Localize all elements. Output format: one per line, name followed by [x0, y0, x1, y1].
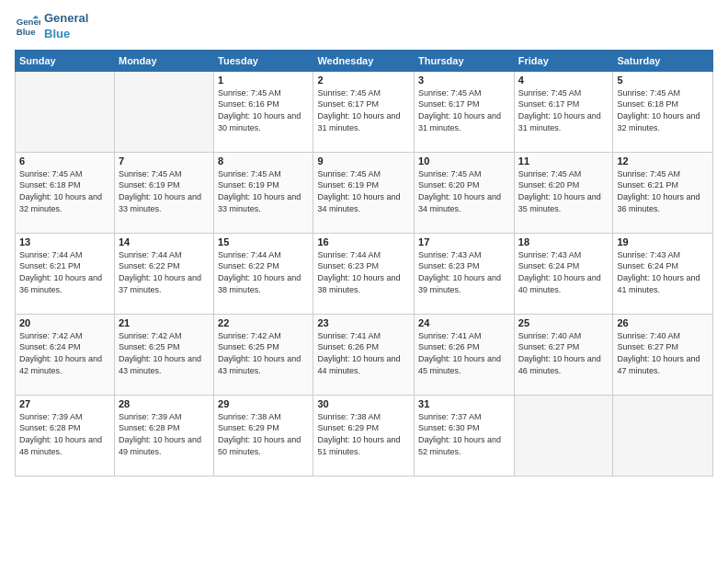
calendar-cell: 3Sunrise: 7:45 AMSunset: 6:17 PMDaylight…	[415, 71, 515, 152]
calendar-cell: 9Sunrise: 7:45 AMSunset: 6:19 PMDaylight…	[313, 152, 415, 233]
day-number: 12	[617, 155, 709, 167]
day-number: 6	[19, 155, 110, 167]
calendar-cell: 16Sunrise: 7:44 AMSunset: 6:23 PMDayligh…	[313, 233, 415, 314]
day-number: 15	[218, 236, 309, 247]
day-info: Sunrise: 7:45 AMSunset: 6:17 PMDaylight:…	[418, 87, 510, 133]
calendar-cell: 19Sunrise: 7:43 AMSunset: 6:24 PMDayligh…	[613, 233, 713, 314]
day-info: Sunrise: 7:43 AMSunset: 6:24 PMDaylight:…	[518, 249, 609, 295]
calendar-cell: 13Sunrise: 7:44 AMSunset: 6:21 PMDayligh…	[16, 233, 115, 314]
day-number: 8	[218, 155, 309, 167]
svg-text:Blue: Blue	[17, 27, 36, 37]
calendar-cell: 26Sunrise: 7:40 AMSunset: 6:27 PMDayligh…	[613, 314, 713, 395]
calendar-cell: 30Sunrise: 7:38 AMSunset: 6:29 PMDayligh…	[313, 395, 415, 476]
calendar-cell: 14Sunrise: 7:44 AMSunset: 6:22 PMDayligh…	[114, 233, 213, 314]
calendar-cell: 8Sunrise: 7:45 AMSunset: 6:19 PMDaylight…	[214, 152, 313, 233]
calendar-week-row: 13Sunrise: 7:44 AMSunset: 6:21 PMDayligh…	[16, 233, 713, 314]
day-number: 18	[518, 236, 609, 247]
day-info: Sunrise: 7:45 AMSunset: 6:20 PMDaylight:…	[418, 168, 510, 214]
day-number: 5	[617, 75, 709, 86]
day-info: Sunrise: 7:37 AMSunset: 6:30 PMDaylight:…	[418, 411, 510, 457]
day-info: Sunrise: 7:45 AMSunset: 6:19 PMDaylight:…	[317, 168, 410, 214]
day-info: Sunrise: 7:38 AMSunset: 6:29 PMDaylight:…	[317, 411, 410, 457]
calendar-cell	[514, 395, 613, 476]
calendar-cell: 25Sunrise: 7:40 AMSunset: 6:27 PMDayligh…	[514, 314, 613, 395]
calendar-cell: 27Sunrise: 7:39 AMSunset: 6:28 PMDayligh…	[16, 395, 115, 476]
calendar-cell: 6Sunrise: 7:45 AMSunset: 6:18 PMDaylight…	[16, 152, 115, 233]
day-number: 16	[317, 236, 410, 247]
calendar-cell: 21Sunrise: 7:42 AMSunset: 6:25 PMDayligh…	[114, 314, 213, 395]
day-info: Sunrise: 7:45 AMSunset: 6:20 PMDaylight:…	[518, 168, 609, 214]
weekday-header: Thursday	[415, 50, 515, 71]
day-number: 28	[119, 398, 210, 409]
calendar-cell: 2Sunrise: 7:45 AMSunset: 6:17 PMDaylight…	[313, 71, 415, 152]
day-number: 21	[119, 317, 210, 328]
day-number: 7	[119, 155, 210, 167]
calendar-cell: 17Sunrise: 7:43 AMSunset: 6:23 PMDayligh…	[415, 233, 515, 314]
weekday-header: Tuesday	[214, 50, 313, 71]
day-number: 2	[317, 75, 410, 86]
weekday-header: Saturday	[613, 50, 713, 71]
day-number: 9	[317, 155, 410, 167]
day-info: Sunrise: 7:45 AMSunset: 6:19 PMDaylight:…	[119, 168, 210, 214]
day-number: 27	[19, 398, 110, 409]
day-info: Sunrise: 7:41 AMSunset: 6:26 PMDaylight:…	[317, 330, 410, 376]
day-info: Sunrise: 7:45 AMSunset: 6:21 PMDaylight:…	[617, 168, 709, 214]
day-number: 26	[617, 317, 709, 328]
calendar-cell: 7Sunrise: 7:45 AMSunset: 6:19 PMDaylight…	[114, 152, 213, 233]
calendar-week-row: 20Sunrise: 7:42 AMSunset: 6:24 PMDayligh…	[16, 314, 713, 395]
day-number: 10	[418, 155, 510, 167]
calendar-cell: 22Sunrise: 7:42 AMSunset: 6:25 PMDayligh…	[214, 314, 313, 395]
day-info: Sunrise: 7:44 AMSunset: 6:22 PMDaylight:…	[119, 249, 210, 295]
calendar-cell: 18Sunrise: 7:43 AMSunset: 6:24 PMDayligh…	[514, 233, 613, 314]
weekday-header: Friday	[514, 50, 613, 71]
calendar-cell: 10Sunrise: 7:45 AMSunset: 6:20 PMDayligh…	[415, 152, 515, 233]
day-number: 25	[518, 317, 609, 328]
day-info: Sunrise: 7:41 AMSunset: 6:26 PMDaylight:…	[418, 330, 510, 376]
calendar-cell: 28Sunrise: 7:39 AMSunset: 6:28 PMDayligh…	[114, 395, 213, 476]
day-number: 20	[19, 317, 110, 328]
day-number: 14	[119, 236, 210, 247]
day-info: Sunrise: 7:45 AMSunset: 6:18 PMDaylight:…	[19, 168, 110, 214]
page-header: General Blue General Blue	[15, 11, 713, 42]
day-info: Sunrise: 7:45 AMSunset: 6:17 PMDaylight:…	[317, 87, 410, 133]
logo-text: General	[44, 11, 88, 27]
day-number: 13	[19, 236, 110, 247]
calendar-cell: 1Sunrise: 7:45 AMSunset: 6:16 PMDaylight…	[214, 71, 313, 152]
calendar-cell: 23Sunrise: 7:41 AMSunset: 6:26 PMDayligh…	[313, 314, 415, 395]
day-info: Sunrise: 7:39 AMSunset: 6:28 PMDaylight:…	[19, 411, 110, 457]
calendar-week-row: 1Sunrise: 7:45 AMSunset: 6:16 PMDaylight…	[16, 71, 713, 152]
day-number: 3	[418, 75, 510, 86]
day-info: Sunrise: 7:44 AMSunset: 6:23 PMDaylight:…	[317, 249, 410, 295]
day-number: 24	[418, 317, 510, 328]
day-number: 23	[317, 317, 410, 328]
day-info: Sunrise: 7:38 AMSunset: 6:29 PMDaylight:…	[218, 411, 309, 457]
day-number: 29	[218, 398, 309, 409]
calendar-cell	[16, 71, 115, 152]
day-number: 4	[518, 75, 609, 86]
logo-icon: General Blue	[15, 14, 40, 40]
calendar-cell: 5Sunrise: 7:45 AMSunset: 6:18 PMDaylight…	[613, 71, 713, 152]
day-info: Sunrise: 7:40 AMSunset: 6:27 PMDaylight:…	[518, 330, 609, 376]
day-info: Sunrise: 7:39 AMSunset: 6:28 PMDaylight:…	[119, 411, 210, 457]
calendar-week-row: 6Sunrise: 7:45 AMSunset: 6:18 PMDaylight…	[16, 152, 713, 233]
day-info: Sunrise: 7:45 AMSunset: 6:17 PMDaylight:…	[518, 87, 609, 133]
day-number: 1	[218, 75, 309, 86]
day-number: 30	[317, 398, 410, 409]
logo: General Blue General Blue	[15, 11, 88, 42]
calendar-page: General Blue General Blue SundayMondayTu…	[0, 0, 728, 563]
weekday-header: Monday	[114, 50, 213, 71]
calendar-cell: 4Sunrise: 7:45 AMSunset: 6:17 PMDaylight…	[514, 71, 613, 152]
calendar-cell: 24Sunrise: 7:41 AMSunset: 6:26 PMDayligh…	[415, 314, 515, 395]
day-number: 11	[518, 155, 609, 167]
calendar-cell: 20Sunrise: 7:42 AMSunset: 6:24 PMDayligh…	[16, 314, 115, 395]
day-number: 17	[418, 236, 510, 247]
calendar-cell: 11Sunrise: 7:45 AMSunset: 6:20 PMDayligh…	[514, 152, 613, 233]
logo-text2: Blue	[44, 27, 88, 42]
day-info: Sunrise: 7:45 AMSunset: 6:16 PMDaylight:…	[218, 87, 309, 133]
day-info: Sunrise: 7:44 AMSunset: 6:22 PMDaylight:…	[218, 249, 309, 295]
calendar-cell: 12Sunrise: 7:45 AMSunset: 6:21 PMDayligh…	[613, 152, 713, 233]
day-info: Sunrise: 7:40 AMSunset: 6:27 PMDaylight:…	[617, 330, 709, 376]
calendar-cell: 31Sunrise: 7:37 AMSunset: 6:30 PMDayligh…	[415, 395, 515, 476]
calendar-cell	[114, 71, 213, 152]
day-info: Sunrise: 7:42 AMSunset: 6:24 PMDaylight:…	[19, 330, 110, 376]
